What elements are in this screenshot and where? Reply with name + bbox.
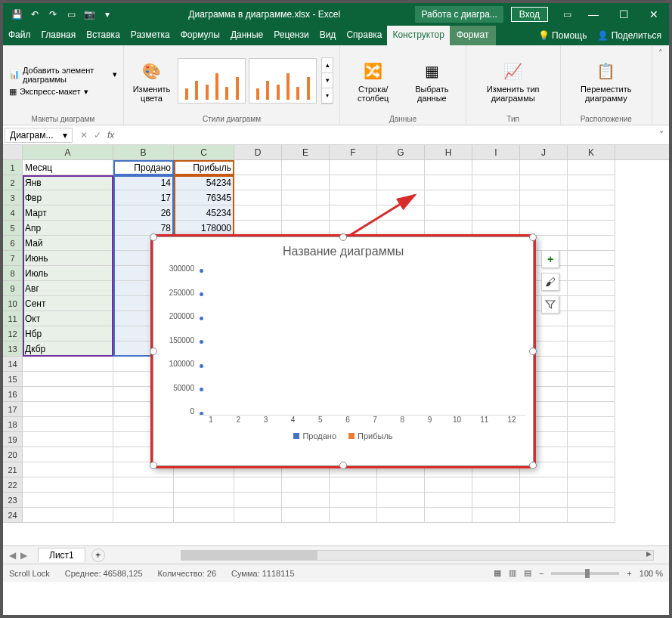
row-header[interactable]: 21: [3, 462, 23, 477]
cell[interactable]: [425, 221, 472, 236]
cell[interactable]: 14: [113, 175, 174, 190]
cell[interactable]: [425, 205, 472, 221]
cell[interactable]: [377, 205, 425, 221]
cell[interactable]: [23, 447, 113, 462]
cancel-formula-icon[interactable]: ✕: [80, 130, 88, 141]
cell[interactable]: [568, 221, 615, 236]
cell[interactable]: [520, 190, 568, 205]
cell[interactable]: [23, 508, 113, 523]
cell[interactable]: [568, 190, 615, 205]
cell[interactable]: [568, 387, 615, 402]
cell[interactable]: [472, 493, 520, 508]
cell[interactable]: [23, 357, 113, 372]
tab-data[interactable]: Данные: [225, 26, 268, 45]
cell[interactable]: [234, 160, 282, 175]
ribbon-display-icon[interactable]: ▭: [556, 9, 578, 20]
formula-expand-icon[interactable]: ˅: [654, 130, 669, 141]
chart-elements-button[interactable]: +: [541, 250, 559, 268]
col-header-e[interactable]: E: [282, 145, 330, 159]
cell[interactable]: [568, 160, 615, 175]
cell[interactable]: [568, 311, 615, 326]
cell[interactable]: [472, 175, 520, 190]
cell[interactable]: [377, 477, 425, 493]
zoom-slider[interactable]: [551, 572, 619, 575]
row-header[interactable]: 13: [3, 341, 23, 357]
cell[interactable]: 76345: [174, 190, 234, 205]
maximize-button[interactable]: ☐: [609, 8, 639, 20]
cell[interactable]: [282, 477, 330, 493]
chart-styles-button[interactable]: 🖌: [541, 273, 559, 291]
cell[interactable]: [472, 160, 520, 175]
tell-me[interactable]: 💡 Помощь: [538, 30, 587, 41]
row-header[interactable]: 17: [3, 402, 23, 417]
col-header-f[interactable]: F: [330, 145, 377, 159]
cell[interactable]: [282, 175, 330, 190]
cell[interactable]: [568, 281, 615, 296]
chart-object[interactable]: Название диаграммы 050000100000150000200…: [150, 234, 536, 468]
cell[interactable]: [425, 508, 472, 523]
cell[interactable]: [568, 236, 615, 251]
cell[interactable]: [113, 508, 174, 523]
row-header[interactable]: 2: [3, 175, 23, 190]
cell[interactable]: [377, 160, 425, 175]
name-box-dropdown-icon[interactable]: ▾: [63, 130, 67, 141]
cell[interactable]: Месяц: [23, 160, 113, 175]
close-button[interactable]: ✕: [639, 8, 669, 20]
tab-review[interactable]: Рецензи: [268, 26, 314, 45]
cell[interactable]: [568, 417, 615, 432]
cell[interactable]: [330, 190, 377, 205]
col-header-i[interactable]: I: [472, 145, 520, 159]
cell[interactable]: [174, 508, 234, 523]
row-header[interactable]: 20: [3, 447, 23, 462]
cell[interactable]: [23, 477, 113, 493]
zoom-out-button[interactable]: −: [539, 569, 543, 578]
style-expand[interactable]: ▾: [322, 88, 333, 104]
col-header-c[interactable]: C: [174, 145, 234, 159]
cell[interactable]: [568, 175, 615, 190]
cell[interactable]: [234, 508, 282, 523]
cell[interactable]: Март: [23, 205, 113, 221]
cell[interactable]: [568, 296, 615, 311]
move-chart-button[interactable]: 📋 Переместить диаграмму: [567, 57, 646, 104]
chart-style-gallery[interactable]: [178, 58, 317, 104]
cell[interactable]: [568, 477, 615, 493]
cell[interactable]: [330, 493, 377, 508]
cell[interactable]: [330, 160, 377, 175]
cell[interactable]: Дкбр: [23, 341, 113, 357]
cell[interactable]: [520, 477, 568, 493]
row-header[interactable]: 1: [3, 160, 23, 175]
cell[interactable]: [425, 160, 472, 175]
row-header[interactable]: 8: [3, 266, 23, 281]
qat-dropdown-icon[interactable]: ▾: [101, 8, 113, 20]
cell[interactable]: [23, 432, 113, 447]
share-button[interactable]: 👤 Поделиться: [597, 30, 661, 41]
row-header[interactable]: 14: [3, 357, 23, 372]
row-header[interactable]: 6: [3, 236, 23, 251]
cell[interactable]: [377, 175, 425, 190]
col-header-k[interactable]: K: [568, 145, 615, 159]
cell[interactable]: [234, 190, 282, 205]
cell[interactable]: Май: [23, 236, 113, 251]
style-scroll-up[interactable]: ▲: [322, 58, 333, 73]
row-header[interactable]: 15: [3, 372, 23, 387]
select-all-corner[interactable]: [3, 145, 23, 159]
cell[interactable]: [425, 175, 472, 190]
redo-icon[interactable]: ↷: [47, 8, 59, 20]
save-icon[interactable]: 💾: [11, 8, 23, 20]
change-chart-type-button[interactable]: 📈 Изменить тип диаграммы: [472, 57, 554, 104]
cell[interactable]: [520, 493, 568, 508]
cell[interactable]: Авг: [23, 281, 113, 296]
cell[interactable]: [472, 190, 520, 205]
cell[interactable]: [377, 221, 425, 236]
cell[interactable]: [472, 508, 520, 523]
cell[interactable]: Июль: [23, 266, 113, 281]
cell[interactable]: [568, 462, 615, 477]
cell[interactable]: [568, 432, 615, 447]
cell[interactable]: Сент: [23, 296, 113, 311]
cell[interactable]: 178000: [174, 221, 234, 236]
camera-icon[interactable]: 📷: [83, 8, 95, 20]
row-header[interactable]: 9: [3, 281, 23, 296]
cell[interactable]: [234, 477, 282, 493]
col-header-d[interactable]: D: [234, 145, 282, 159]
col-header-j[interactable]: J: [520, 145, 568, 159]
